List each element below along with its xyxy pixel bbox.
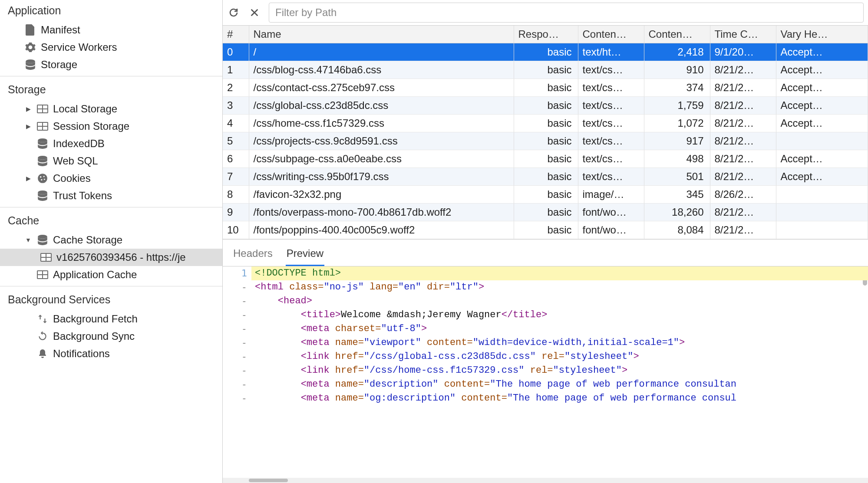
cell-name: /css/projects-css.9c8d9591.css xyxy=(249,132,514,150)
table-row[interactable]: 3/css/global-css.c23d85dc.cssbasictext/c… xyxy=(223,97,868,115)
horizontal-scrollbar-thumb[interactable] xyxy=(249,479,288,482)
sidebar-item-trust-tokens[interactable]: Trust Tokens xyxy=(0,187,222,204)
sidebar-item-notifications[interactable]: Notifications xyxy=(0,345,222,362)
code-line[interactable]: - <link href="/css/global-css.c23d85dc.c… xyxy=(223,350,868,364)
sync-icon xyxy=(36,330,49,342)
sidebar-item-cache-entry[interactable]: v1625760393456 - https://je xyxy=(0,249,222,266)
svg-rect-9 xyxy=(38,127,42,130)
svg-point-16 xyxy=(41,179,42,181)
line-number: - xyxy=(223,364,251,378)
svg-rect-5 xyxy=(43,109,47,112)
sidebar-item-cache-storage[interactable]: ▼ Cache Storage xyxy=(0,231,222,249)
table-row[interactable]: 8/favicon-32x32.pngbasicimage/…3458/26/2… xyxy=(223,186,868,204)
cell-time: 8/21/2… xyxy=(710,79,776,97)
code-line[interactable]: - <meta name="og:description" content="T… xyxy=(223,391,868,405)
cell-vary: Accept… xyxy=(776,61,868,79)
code-text: <!DOCTYPE html> xyxy=(251,266,868,280)
cell-resp: basic xyxy=(514,150,578,168)
sidebar-item-local-storage[interactable]: ▶ Local Storage xyxy=(0,100,222,118)
svg-rect-23 xyxy=(41,258,46,261)
sidebar-item-web-sql[interactable]: Web SQL xyxy=(0,152,222,170)
code-line[interactable]: - <meta name="description" content="The … xyxy=(223,378,868,391)
code-line[interactable]: -<html class="no-js" lang="en" dir="ltr"… xyxy=(223,280,868,294)
table-row[interactable]: 9/fonts/overpass-mono-700.4b8617db.woff2… xyxy=(223,204,868,221)
sidebar-item-label: Background Sync xyxy=(53,330,135,342)
svg-point-19 xyxy=(38,235,47,239)
table-row[interactable]: 7/css/writing-css.95b0f179.cssbasictext/… xyxy=(223,168,868,186)
col-index[interactable]: # xyxy=(223,26,249,43)
sidebar-item-session-storage[interactable]: ▶ Session Storage xyxy=(0,118,222,135)
cell-time: 8/26/2… xyxy=(710,186,776,204)
table-icon xyxy=(36,269,49,281)
table-row[interactable]: 5/css/projects-css.9c8d9591.cssbasictext… xyxy=(223,132,868,150)
sidebar-item-application-cache[interactable]: Application Cache xyxy=(0,266,222,283)
svg-point-12 xyxy=(38,156,47,160)
col-response[interactable]: Respo… xyxy=(514,26,578,43)
table-row[interactable]: 6/css/subpage-css.a0e0eabe.cssbasictext/… xyxy=(223,150,868,168)
sidebar-item-background-sync[interactable]: Background Sync xyxy=(0,328,222,345)
cell-vary xyxy=(776,132,868,150)
sidebar-item-label: IndexedDB xyxy=(53,138,105,150)
sidebar-item-label: Application Cache xyxy=(53,269,137,281)
cell-time: 8/21/2… xyxy=(710,150,776,168)
cache-toolbar xyxy=(223,0,868,25)
code-line[interactable]: - <title>Welcome &mdash;Jeremy Wagner</t… xyxy=(223,308,868,322)
line-number: - xyxy=(223,378,251,391)
code-line[interactable]: - <meta charset="utf-8"> xyxy=(223,322,868,336)
horizontal-scrollbar[interactable] xyxy=(223,478,868,483)
sidebar-item-storage[interactable]: Storage xyxy=(0,56,222,73)
cell-vary: Accept… xyxy=(776,43,868,61)
db-icon xyxy=(36,234,49,246)
sidebar-item-label: Trust Tokens xyxy=(53,190,112,202)
sidebar-item-manifest[interactable]: Manifest xyxy=(0,21,222,39)
code-line[interactable]: - <meta name="viewport" content="width=d… xyxy=(223,336,868,350)
table-row[interactable]: 1/css/blog-css.47146ba6.cssbasictext/cs…… xyxy=(223,61,868,79)
cell-ctype: text/cs… xyxy=(578,97,644,115)
cell-time: 9/1/20… xyxy=(710,43,776,61)
table-row[interactable]: 2/css/contact-css.275ceb97.cssbasictext/… xyxy=(223,79,868,97)
svg-rect-21 xyxy=(41,254,46,257)
cell-clen: 498 xyxy=(644,150,710,168)
svg-point-17 xyxy=(44,179,45,180)
cell-time: 8/21/2… xyxy=(710,61,776,79)
col-content-length[interactable]: Conten… xyxy=(644,26,710,43)
filter-input[interactable] xyxy=(269,3,864,23)
db-icon xyxy=(36,155,49,167)
code-line[interactable]: - <link href="/css/home-css.f1c57329.css… xyxy=(223,364,868,378)
sidebar-item-indexeddb[interactable]: IndexedDB xyxy=(0,135,222,152)
svg-rect-27 xyxy=(43,271,47,274)
col-vary[interactable]: Vary He… xyxy=(776,26,868,43)
table-icon xyxy=(36,103,49,115)
col-name[interactable]: Name xyxy=(249,26,514,43)
preview-code-pane[interactable]: 1<!DOCTYPE html>-<html class="no-js" lan… xyxy=(223,266,868,478)
table-row[interactable]: 4/css/home-css.f1c57329.cssbasictext/cs…… xyxy=(223,115,868,132)
col-time-cached[interactable]: Time C… xyxy=(710,26,776,43)
col-content-type[interactable]: Conten… xyxy=(578,26,644,43)
code-line[interactable]: - <head> xyxy=(223,294,868,308)
table-row[interactable]: 10/fonts/poppins-400.40c005c9.woff2basic… xyxy=(223,221,868,239)
cache-entries-table: # Name Respo… Conten… Conten… Time C… Va… xyxy=(223,25,868,239)
cell-ctype: text/cs… xyxy=(578,168,644,186)
code-line[interactable]: 1<!DOCTYPE html> xyxy=(223,266,868,280)
cell-vary: Accept… xyxy=(776,150,868,168)
cell-resp: basic xyxy=(514,61,578,79)
cell-clen: 910 xyxy=(644,61,710,79)
details-tabs: Headers Preview xyxy=(223,240,868,266)
code-text: <html class="no-js" lang="en" dir="ltr"> xyxy=(251,280,868,294)
section-title-cache: Cache xyxy=(0,210,222,231)
divider xyxy=(0,76,222,76)
sidebar-item-cookies[interactable]: ▶ Cookies xyxy=(0,170,222,187)
cell-name: /css/global-css.c23d85dc.css xyxy=(249,97,514,115)
cell-i: 1 xyxy=(223,61,249,79)
delete-button[interactable] xyxy=(248,6,261,19)
tab-preview[interactable]: Preview xyxy=(286,244,324,266)
line-number: - xyxy=(223,336,251,350)
cell-clen: 1,759 xyxy=(644,97,710,115)
cell-ctype: text/ht… xyxy=(578,43,644,61)
refresh-button[interactable] xyxy=(227,6,240,19)
db-icon xyxy=(36,138,49,150)
sidebar-item-background-fetch[interactable]: Background Fetch xyxy=(0,310,222,328)
tab-headers[interactable]: Headers xyxy=(232,244,274,266)
table-row[interactable]: 0/basictext/ht…2,4189/1/20…Accept… xyxy=(223,43,868,61)
sidebar-item-service-workers[interactable]: Service Workers xyxy=(0,39,222,56)
